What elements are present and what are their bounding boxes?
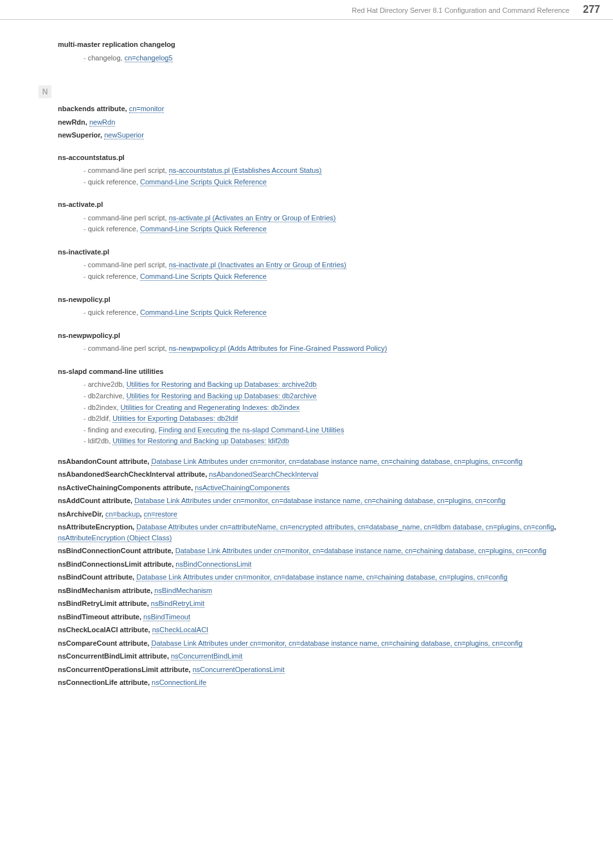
- index-link[interactable]: Finding and Executing the ns-slapd Comma…: [159, 426, 344, 434]
- index-link[interactable]: Database Link Attributes under cn=monito…: [136, 573, 508, 581]
- index-link[interactable]: Utilities for Restoring and Backing up D…: [112, 437, 289, 445]
- sub-item-text: finding and executing,: [88, 426, 159, 434]
- index-link[interactable]: Database Link Attributes under cn=monito…: [151, 639, 522, 648]
- list-item: db2index, Utilities for Creating and Reg…: [84, 402, 574, 414]
- index-entry-line: ns-slapd command-line utilities: [58, 366, 574, 377]
- list-item: command-line perl script, ns-accountstat…: [84, 165, 574, 177]
- sub-item-text: quick reference,: [88, 178, 140, 186]
- index-link[interactable]: nsActiveChainingComponents: [195, 484, 289, 492]
- index-entry-line: ns-activate.pl: [58, 199, 574, 210]
- index-link[interactable]: nsBindRetryLimit: [151, 599, 204, 608]
- index-entry: nsAttributeEncryption, Database Attribut…: [58, 522, 574, 543]
- index-entry-line: nsConnectionLife attribute, nsConnection…: [58, 677, 574, 688]
- index-entry: nsAbandonCount attribute, Database Link …: [58, 456, 574, 467]
- list-item: quick reference, Command-Line Scripts Qu…: [84, 177, 574, 188]
- index-entry-title: nbackends attribute,: [58, 105, 129, 112]
- list-item: finding and executing, Finding and Execu…: [84, 425, 574, 436]
- index-link[interactable]: Command-Line Scripts Quick Reference: [140, 225, 267, 233]
- index-link[interactable]: newRdn: [89, 118, 115, 127]
- sub-item-text: ldif2db,: [88, 437, 113, 445]
- sub-item-text: command-line perl script,: [88, 261, 169, 269]
- index-link[interactable]: Utilities for Exporting Databases: db2ld…: [112, 414, 238, 423]
- sub-list: command-line perl script, ns-newpwpolicy…: [84, 343, 574, 355]
- sub-item-text: command-line perl script,: [88, 344, 169, 352]
- index-entry-line: nsConcurrentOperationsLimit attribute, n…: [58, 664, 574, 675]
- list-item: quick reference, Command-Line Scripts Qu…: [84, 307, 574, 319]
- index-entry-line: newSuperior, newSuperior: [58, 130, 574, 141]
- separator: ,: [554, 523, 556, 531]
- index-entry-line: nsBindCount attribute, Database Link Att…: [58, 572, 574, 583]
- sub-item-text: command-line perl script,: [88, 166, 169, 174]
- index-link[interactable]: Command-Line Scripts Quick Reference: [140, 272, 267, 281]
- index-link[interactable]: nsConcurrentOperationsLimit: [193, 666, 285, 674]
- sub-item-text: db2archive,: [88, 392, 127, 400]
- sub-item-text: quick reference,: [88, 225, 140, 233]
- sub-item-text: db2index,: [88, 403, 121, 411]
- index-link[interactable]: cn=restore: [144, 510, 177, 518]
- index-link[interactable]: nsBindTimeout: [143, 613, 190, 621]
- index-entry-title: ns-accountstatus.pl: [58, 154, 125, 161]
- index-entry: nsConnectionLife attribute, nsConnection…: [58, 677, 574, 688]
- index-entry-line: newRdn, newRdn: [58, 117, 574, 128]
- index-entry: nsCompareCount attribute, Database Link …: [58, 638, 574, 649]
- index-link[interactable]: Database Link Attributes under cn=monito…: [175, 547, 547, 555]
- index-entry-line: nsBindMechanism attribute, nsBindMechani…: [58, 585, 574, 596]
- index-entry-line: nsAbandonedSearchCheckInterval attribute…: [58, 469, 574, 480]
- sub-item-text: quick reference,: [88, 308, 140, 316]
- index-entry-title: nsBindCount attribute,: [58, 573, 136, 581]
- index-entry-title: nsCheckLocalACI attribute,: [58, 626, 152, 633]
- list-item: command-line perl script, ns-inactivate.…: [84, 260, 574, 271]
- index-entry-line: nsBindConnectionsLimit attribute, nsBind…: [58, 559, 574, 570]
- index-entry: nsBindCount attribute, Database Link Att…: [58, 572, 574, 583]
- index-entry: ns-activate.plcommand-line perl script, …: [58, 199, 574, 235]
- index-link[interactable]: ns-newpwpolicy.pl (Adds Attributes for F…: [169, 344, 387, 353]
- index-link[interactable]: nsAbandonedSearchCheckInterval: [209, 470, 318, 479]
- index-entry-title: nsAbandonedSearchCheckInterval attribute…: [58, 470, 209, 478]
- index-entry: nsBindTimeout attribute, nsBindTimeout: [58, 612, 574, 623]
- list-item: changelog, cn=changelog5: [84, 53, 574, 64]
- index-link[interactable]: ns-activate.pl (Activates an Entry or Gr…: [169, 214, 336, 222]
- list-item: archive2db, Utilities for Restoring and …: [84, 379, 574, 391]
- index-link[interactable]: newSuperior: [104, 131, 144, 139]
- index-link[interactable]: Command-Line Scripts Quick Reference: [140, 178, 267, 186]
- index-entry-title: newRdn,: [58, 118, 89, 126]
- index-link[interactable]: nsAttributeEncryption (Object Class): [58, 534, 172, 542]
- index-link[interactable]: nsBindConnectionsLimit: [175, 560, 251, 569]
- index-entry-title: ns-slapd command-line utilities: [58, 368, 163, 375]
- index-entry-title: nsCompareCount attribute,: [58, 639, 151, 647]
- sub-list: quick reference, Command-Line Scripts Qu…: [84, 307, 574, 319]
- index-entry-line: nsArchiveDir, cn=backup, cn=restore: [58, 509, 574, 520]
- index-link[interactable]: ns-inactivate.pl (Inactivates an Entry o…: [169, 261, 346, 269]
- index-entry-line: nsActiveChainingComponents attribute, ns…: [58, 483, 574, 493]
- index-entry-title: nsArchiveDir,: [58, 510, 105, 518]
- index-link[interactable]: nsConcurrentBindLimit: [171, 652, 242, 660]
- index-link[interactable]: Database Link Attributes under cn=monito…: [151, 457, 522, 466]
- index-entry: nsCheckLocalACI attribute, nsCheckLocalA…: [58, 624, 574, 635]
- index-entry-title: nsBindMechanism attribute,: [58, 587, 154, 594]
- page-number: 277: [583, 4, 600, 15]
- index-link[interactable]: cn=backup: [105, 510, 140, 518]
- index-link[interactable]: nsConnectionLife: [152, 678, 206, 687]
- list-item: command-line perl script, ns-activate.pl…: [84, 213, 574, 224]
- index-entry: nsActiveChainingComponents attribute, ns…: [58, 483, 574, 493]
- index-link[interactable]: Utilities for Creating and Regenerating …: [121, 403, 300, 412]
- index-link[interactable]: Database Link Attributes under cn=monito…: [134, 497, 506, 505]
- index-link[interactable]: cn=changelog5: [125, 54, 173, 62]
- index-entry-line: ns-newpwpolicy.pl: [58, 330, 574, 341]
- index-link[interactable]: ns-accountstatus.pl (Establishes Account…: [169, 166, 322, 175]
- list-item: command-line perl script, ns-newpwpolicy…: [84, 343, 574, 355]
- index-entry-line: nsAttributeEncryption, Database Attribut…: [58, 522, 574, 543]
- index-link[interactable]: nsBindMechanism: [154, 587, 212, 595]
- index-link[interactable]: Database Attributes under cn=attributeNa…: [136, 523, 554, 531]
- sub-list: changelog, cn=changelog5: [84, 53, 574, 64]
- index-entry: nsConcurrentOperationsLimit attribute, n…: [58, 664, 574, 675]
- index-link[interactable]: Command-Line Scripts Quick Reference: [140, 308, 267, 317]
- index-link[interactable]: Utilities for Restoring and Backing up D…: [127, 380, 317, 389]
- sub-item-text: archive2db,: [88, 380, 127, 388]
- index-link[interactable]: nsCheckLocalACI: [152, 626, 208, 634]
- index-link[interactable]: cn=monitor: [129, 105, 164, 113]
- index-entry-title: nsAddCount attribute,: [58, 497, 134, 504]
- breadcrumb: Red Hat Directory Server 8.1 Configurati…: [352, 6, 570, 14]
- index-link[interactable]: Utilities for Restoring and Backing up D…: [127, 392, 317, 400]
- index-entry-title: ns-newpolicy.pl: [58, 296, 111, 303]
